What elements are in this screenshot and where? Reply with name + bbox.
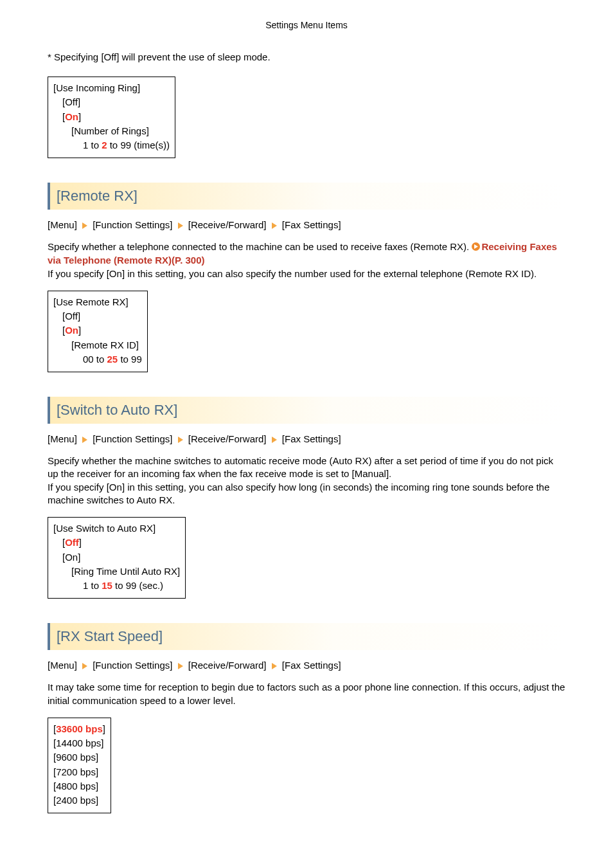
chevron-right-icon: [178, 663, 183, 669]
description-paragraph: Specify whether a telephone connected to…: [48, 240, 565, 280]
breadcrumb-item: [Function Settings]: [93, 433, 172, 444]
setting-row: [Use Switch to Auto RX]: [53, 521, 180, 536]
breadcrumb-item: [Receive/Forward]: [188, 433, 267, 444]
breadcrumb: [Menu] [Function Settings] [Receive/Forw…: [48, 659, 565, 672]
section-heading-rx-start-speed: [RX Start Speed]: [48, 623, 565, 650]
svg-marker-5: [82, 437, 87, 443]
page-header: Settings Menu Items: [48, 19, 565, 32]
breadcrumb-item: [Receive/Forward]: [188, 660, 267, 671]
setting-row: [On]: [53, 323, 142, 338]
chevron-right-icon: [272, 437, 277, 443]
svg-marker-1: [178, 222, 183, 229]
setting-row: [4800 bps]: [53, 779, 105, 793]
setting-row: [Remote RX ID]: [53, 338, 142, 352]
breadcrumb: [Menu] [Function Settings] [Receive/Forw…: [48, 433, 565, 446]
description-paragraph: Specify whether the machine switches to …: [48, 455, 565, 507]
section-heading-remote-rx: [Remote RX]: [48, 183, 565, 210]
setting-row: [Off]: [53, 95, 170, 109]
svg-marker-9: [178, 663, 183, 669]
setting-row: [Use Incoming Ring]: [53, 81, 170, 95]
setting-row: [Off]: [53, 309, 142, 323]
breadcrumb-item: [Function Settings]: [93, 660, 172, 671]
setting-row: [Ring Time Until Auto RX]: [53, 565, 180, 579]
link-arrow-icon: [472, 241, 480, 254]
chevron-right-icon: [178, 222, 183, 229]
setting-row: [Off]: [53, 536, 180, 550]
switch-auto-rx-settings-box: [Use Switch to Auto RX] [Off] [On] [Ring…: [48, 517, 186, 599]
breadcrumb-item: [Menu]: [48, 433, 77, 444]
chevron-right-icon: [82, 222, 87, 229]
setting-row: 00 to 25 to 99: [53, 352, 142, 366]
section-heading-switch-auto-rx: [Switch to Auto RX]: [48, 397, 565, 424]
setting-row: [14400 bps]: [53, 736, 105, 750]
chevron-right-icon: [272, 663, 277, 669]
remote-rx-settings-box: [Use Remote RX] [Off] [On] [Remote RX ID…: [48, 291, 148, 372]
setting-row: 1 to 2 to 99 (time(s)): [53, 138, 170, 152]
description-paragraph: It may take some time for reception to b…: [48, 681, 565, 707]
svg-marker-8: [82, 663, 87, 669]
setting-row: [Number of Rings]: [53, 124, 170, 138]
breadcrumb-item: [Receive/Forward]: [188, 219, 267, 230]
setting-row: [On]: [53, 110, 170, 124]
breadcrumb-item: [Function Settings]: [93, 219, 172, 230]
chevron-right-icon: [178, 437, 183, 443]
breadcrumb-item: [Fax Settings]: [282, 433, 341, 444]
svg-marker-10: [272, 663, 277, 669]
setting-row: 1 to 15 to 99 (sec.): [53, 579, 180, 593]
setting-row: [On]: [53, 550, 180, 565]
breadcrumb-item: [Fax Settings]: [282, 219, 341, 230]
setting-row: [9600 bps]: [53, 750, 105, 764]
chevron-right-icon: [82, 437, 87, 443]
breadcrumb-item: [Fax Settings]: [282, 660, 341, 671]
svg-marker-6: [178, 437, 183, 443]
svg-marker-2: [272, 222, 277, 229]
chevron-right-icon: [272, 222, 277, 229]
setting-row: [33600 bps]: [53, 722, 105, 736]
sleep-mode-note: * Specifying [Off] will prevent the use …: [48, 51, 565, 64]
breadcrumb-item: [Menu]: [48, 660, 77, 671]
breadcrumb-item: [Menu]: [48, 219, 77, 230]
setting-row: [7200 bps]: [53, 765, 105, 779]
svg-marker-0: [82, 222, 87, 229]
svg-marker-7: [272, 437, 277, 443]
breadcrumb: [Menu] [Function Settings] [Receive/Forw…: [48, 219, 565, 231]
page-content: Settings Menu Items * Specifying [Off] w…: [0, 0, 613, 868]
setting-row: [Use Remote RX]: [53, 295, 142, 309]
incoming-ring-settings-box: [Use Incoming Ring] [Off] [On] [Number o…: [48, 77, 175, 158]
rx-start-speed-settings-box: [33600 bps] [14400 bps] [9600 bps] [7200…: [48, 718, 111, 814]
chevron-right-icon: [82, 663, 87, 669]
setting-row: [2400 bps]: [53, 793, 105, 808]
